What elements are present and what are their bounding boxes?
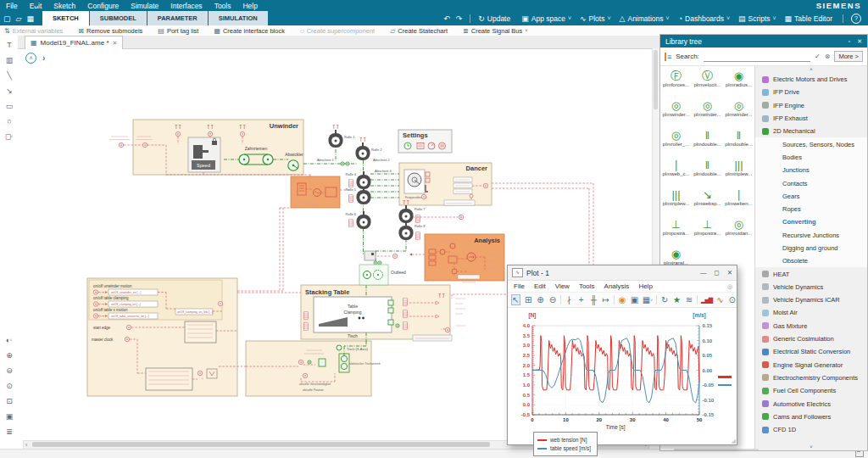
library-zoom-slider[interactable]: [674, 449, 759, 450]
fft-icon[interactable]: ∿: [715, 294, 724, 305]
library-category[interactable]: Converting: [755, 215, 867, 228]
library-category[interactable]: Contacts: [755, 176, 867, 189]
library-component[interactable]: Ⓕ plmforces...: [660, 70, 692, 99]
snapshot-icon[interactable]: ◉: [618, 294, 626, 305]
library-category[interactable]: IFP Exhaust: [755, 112, 867, 125]
close-tab-icon[interactable]: ✕: [113, 40, 118, 47]
search-input[interactable]: [704, 51, 810, 62]
library-component[interactable]: ∣ plmweben...: [723, 188, 754, 218]
analysis-region[interactable]: Analysis: [425, 234, 504, 281]
library-component[interactable]: ||| plmtriplew...: [660, 188, 692, 218]
library-category[interactable]: Electric Motors and Drives: [755, 73, 867, 86]
rectangle-tool-icon[interactable]: ▭: [3, 99, 15, 112]
menu-item[interactable]: Tools: [209, 2, 237, 10]
plot-menu-item[interactable]: Help: [638, 282, 652, 290]
create-interface-block-button[interactable]: ▦ Create interface block: [214, 27, 287, 35]
library-component[interactable]: ‖ plmdouble...: [692, 159, 723, 188]
line-chart[interactable]: -0.50.00.51.01.52.02.53.03.54.0-0.15-0.1…: [508, 308, 737, 444]
library-category[interactable]: Obsolete: [755, 254, 867, 267]
menu-item[interactable]: Sketch: [47, 2, 81, 10]
library-category[interactable]: HEAT: [755, 267, 867, 280]
app-space-button[interactable]: ▣ App space ˅: [521, 14, 571, 23]
library-category[interactable]: IFP Engine: [755, 99, 867, 112]
library-category[interactable]: Engine Signal Generator: [755, 359, 867, 371]
list-view-icon[interactable]: ≣: [3, 425, 15, 438]
external-variables-button[interactable]: ⇅ External variables: [4, 27, 65, 35]
library-category[interactable]: Sources, Sensors, Nodes: [755, 137, 867, 150]
plot-menu-item[interactable]: View: [555, 282, 570, 290]
plot-menu-item[interactable]: File: [514, 282, 525, 290]
plot-menu-item[interactable]: Tools: [579, 282, 595, 290]
library-component[interactable]: ◎ plmwinder...: [660, 99, 692, 129]
library-component[interactable]: ◎ plmrotdan...: [723, 218, 754, 248]
menu-item[interactable]: Interfaces: [164, 2, 208, 10]
animations-button[interactable]: △ Animations ˅: [620, 14, 670, 23]
maximize-icon[interactable]: ◻: [714, 269, 719, 276]
library-component[interactable]: ⊥ plmpostra...: [660, 218, 692, 248]
menu-item[interactable]: Configure: [81, 2, 125, 10]
library-component[interactable]: ◎ plmwinder...: [692, 99, 723, 129]
resize-grip[interactable]: ◢: [732, 438, 736, 444]
cursor-play-icon[interactable]: ↦: [601, 294, 609, 305]
library-component[interactable]: ◎ plmroller_...: [660, 129, 692, 159]
library-category[interactable]: Electrochemistry Components: [755, 371, 867, 384]
redo-icon[interactable]: ↷: [456, 14, 463, 23]
scroll-down-icon[interactable]: ˅: [755, 444, 867, 450]
library-category[interactable]: CFD 1D: [755, 423, 867, 436]
create-signal-bus-button[interactable]: ≣ Create Signal Bus ˅: [463, 27, 528, 35]
zoom-window-icon[interactable]: ⊞: [524, 294, 532, 305]
mode-tab[interactable]: SKETCH: [42, 11, 90, 25]
library-category[interactable]: Junctions: [755, 164, 867, 176]
search-confirm-icon[interactable]: ✓: [815, 53, 821, 60]
menu-item[interactable]: File: [0, 2, 24, 10]
close-icon[interactable]: ✕: [727, 269, 732, 276]
library-category[interactable]: IFP Drive: [755, 86, 867, 98]
library-category[interactable]: Vehicle Dynamics iCAR: [755, 293, 867, 306]
duplicate-view-icon[interactable]: ▣: [3, 410, 15, 422]
library-category[interactable]: Digging and ground: [755, 242, 867, 254]
zoom-in-icon[interactable]: ⊕: [536, 294, 544, 305]
menu-item[interactable]: Simulate: [125, 2, 164, 10]
help-button[interactable]: ?: [851, 14, 861, 24]
library-category[interactable]: Cams and Followers: [755, 411, 867, 423]
arrow-tool-icon[interactable]: ↘: [3, 84, 15, 97]
more-button[interactable]: More >: [834, 51, 863, 62]
library-category[interactable]: Bodies: [755, 151, 867, 164]
library-category[interactable]: Moist Air: [755, 306, 867, 319]
settings-region[interactable]: Settings: [398, 130, 452, 153]
library-component[interactable]: ||| plmtriplew...: [723, 159, 754, 188]
histogram-icon[interactable]: ▂▅▇: [701, 294, 712, 305]
zoom-fit-icon[interactable]: ⊙: [3, 379, 15, 392]
line-tool-icon[interactable]: ╲: [3, 69, 15, 81]
library-category[interactable]: Automotive Electrics: [755, 397, 867, 410]
dashboards-button[interactable]: ◔ Dashboards ˅: [678, 14, 730, 23]
open-file-icon[interactable]: ▱: [16, 14, 22, 23]
mode-tab[interactable]: SIMULATION: [209, 11, 269, 25]
chart-area[interactable]: -0.50.00.51.01.52.02.53.03.54.0-0.15-0.1…: [508, 308, 737, 444]
library-category[interactable]: Vehicle Dynamics: [755, 281, 867, 293]
zoom-in-icon[interactable]: ⊕: [3, 349, 15, 361]
scripts-button[interactable]: ▤ Scripts ˅: [738, 14, 776, 23]
menu-item[interactable]: Help: [236, 2, 263, 10]
plot-window[interactable]: ∿ Plot - 1 — ◻ ✕ FileEditViewToolsAnalys…: [507, 265, 737, 445]
library-category[interactable]: Recursive Junctions: [755, 229, 867, 242]
zoom-out-icon[interactable]: ⊖: [548, 294, 557, 305]
mode-tab[interactable]: SUBMODEL: [90, 11, 147, 25]
plots-button[interactable]: ∿ Plots ˅: [580, 14, 611, 23]
search-clear-icon[interactable]: ⊗: [825, 53, 831, 60]
library-component[interactable]: ∣ plmweb_c...: [660, 159, 692, 188]
library-category[interactable]: Electrical Static Conversion: [755, 345, 867, 358]
library-zoom-slider-thumb[interactable]: [34, 0, 38, 6]
ellipse-tool-icon[interactable]: ○: [3, 114, 15, 127]
remove-submodels-button[interactable]: ⊠ Remove submodels: [78, 27, 145, 35]
close-panel-icon[interactable]: ✕: [857, 38, 862, 45]
plot-menu-item[interactable]: Edit: [534, 282, 546, 290]
zoom-selection-icon[interactable]: ⊡: [3, 394, 15, 407]
cross-cursor-icon[interactable]: +: [577, 294, 586, 305]
table-view-icon[interactable]: ▦˅: [643, 294, 653, 305]
expand-breadcrumb-icon[interactable]: ›: [42, 53, 45, 63]
library-component[interactable]: ◎ plmwinder...: [723, 99, 754, 129]
callout-tool-icon[interactable]: ◻˅: [3, 130, 15, 142]
zoom-out-icon[interactable]: ⊖: [3, 364, 15, 377]
document-tab[interactable]: ▦ Model19_FINAL.ame * ✕: [25, 36, 123, 49]
